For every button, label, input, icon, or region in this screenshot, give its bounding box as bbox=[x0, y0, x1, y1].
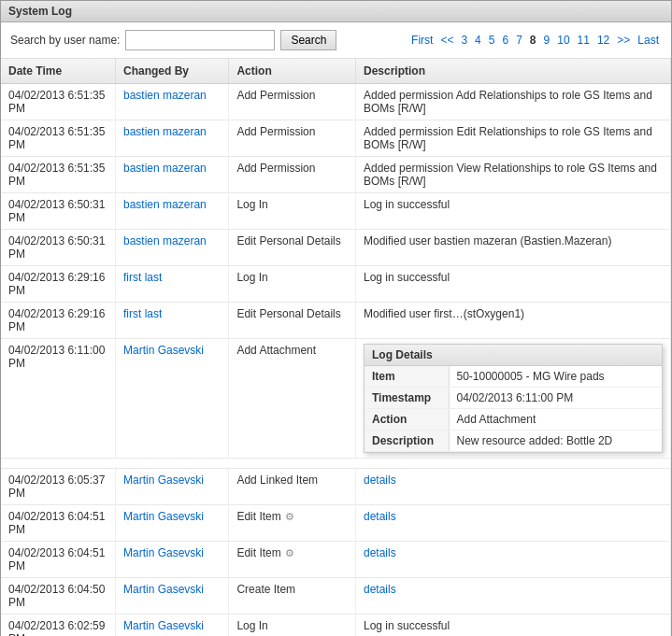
cell-description: Modified user bastien mazeran (Bastien.M… bbox=[356, 230, 671, 266]
cell-datetime: 04/02/2013 6:51:35 PM bbox=[1, 84, 116, 120]
table-row: 04/02/2013 6:29:16 PMfirst lastEdit Pers… bbox=[1, 303, 671, 339]
pagination-page-11[interactable]: 11 bbox=[575, 33, 593, 48]
table-row: 04/02/2013 6:02:59 PMMartin GasevskiLog … bbox=[1, 615, 671, 637]
title-bar: System Log bbox=[1, 1, 671, 22]
cell-action: Add Permission bbox=[229, 84, 356, 120]
table-row: 04/02/2013 6:50:31 PMbastien mazeranEdit… bbox=[1, 230, 671, 266]
search-button[interactable]: Search bbox=[280, 30, 336, 50]
cell-datetime: 04/02/2013 6:04:51 PM bbox=[1, 505, 116, 542]
user-link[interactable]: bastien mazeran bbox=[123, 162, 207, 175]
table-row: 04/02/2013 6:51:35 PMbastien mazeranAdd … bbox=[1, 84, 671, 120]
window-title: System Log bbox=[8, 5, 72, 18]
cell-changedby: bastien mazeran bbox=[116, 84, 229, 120]
user-link[interactable]: bastien mazeran bbox=[123, 89, 207, 102]
pagination-page-9[interactable]: 9 bbox=[541, 33, 553, 48]
cell-description: details bbox=[356, 578, 671, 615]
user-link[interactable]: Martin Gasevski bbox=[123, 619, 204, 632]
user-link[interactable]: Martin Gasevski bbox=[123, 546, 204, 559]
user-link[interactable]: Martin Gasevski bbox=[123, 583, 204, 596]
pagination-page-6[interactable]: 6 bbox=[499, 33, 511, 48]
popup-field-label: Action bbox=[365, 409, 449, 431]
cell-description: details bbox=[356, 542, 671, 578]
details-link[interactable]: details bbox=[364, 510, 396, 523]
cell-action: Add Linked Item bbox=[229, 469, 356, 505]
user-link[interactable]: Martin Gasevski bbox=[123, 510, 204, 523]
user-link[interactable]: first last bbox=[123, 271, 162, 284]
table-row: 04/02/2013 6:51:35 PMbastien mazeranAdd … bbox=[1, 157, 671, 193]
pagination-last[interactable]: Last bbox=[635, 33, 662, 48]
col-header-description: Description bbox=[356, 59, 671, 84]
table-row: 04/02/2013 6:11:00 PMMartin GasevskiAdd … bbox=[1, 339, 671, 459]
pagination-page-12[interactable]: 12 bbox=[594, 33, 612, 48]
table-row: 04/02/2013 6:04:51 PMMartin GasevskiEdit… bbox=[1, 505, 671, 542]
cell-datetime: 04/02/2013 6:51:35 PM bbox=[1, 157, 116, 193]
spacer-row bbox=[1, 459, 671, 469]
user-link[interactable]: first last bbox=[123, 307, 162, 320]
cell-changedby: Martin Gasevski bbox=[116, 505, 229, 542]
col-header-action: Action bbox=[229, 59, 356, 84]
pagination-page-4[interactable]: 4 bbox=[472, 33, 484, 48]
details-link[interactable]: details bbox=[364, 473, 396, 487]
popup-field-label: Description bbox=[365, 431, 449, 452]
toolbar: Search by user name: Search First << 3 4… bbox=[1, 22, 671, 59]
cell-changedby: Martin Gasevski bbox=[116, 339, 229, 459]
cell-action: Log In bbox=[229, 615, 356, 637]
cell-description: Added permission Add Relationships to ro… bbox=[356, 84, 671, 120]
pagination-page-5[interactable]: 5 bbox=[486, 33, 498, 48]
cell-datetime: 04/02/2013 6:50:31 PM bbox=[1, 230, 116, 266]
cell-action: Add Permission bbox=[229, 157, 356, 193]
popup-field-row: Item50-10000005 - MG Wire pads bbox=[365, 366, 662, 388]
user-link[interactable]: bastien mazeran bbox=[123, 198, 207, 211]
log-table: Date Time Changed By Action Description … bbox=[1, 59, 671, 636]
cell-changedby: Martin Gasevski bbox=[116, 469, 229, 505]
search-label: Search by user name: bbox=[10, 34, 120, 47]
pagination-next[interactable]: >> bbox=[614, 33, 633, 48]
cell-changedby: bastien mazeran bbox=[116, 120, 229, 157]
cell-action: Create Item bbox=[229, 578, 356, 615]
cell-datetime: 04/02/2013 6:04:51 PM bbox=[1, 542, 116, 578]
cell-datetime: 04/02/2013 6:11:00 PM bbox=[1, 339, 116, 459]
pagination-prev[interactable]: << bbox=[437, 33, 456, 48]
search-input[interactable] bbox=[125, 30, 275, 50]
user-link[interactable]: bastien mazeran bbox=[123, 234, 207, 247]
pagination-page-10[interactable]: 10 bbox=[554, 33, 572, 48]
cell-description: Log DetailsItem50-10000005 - MG Wire pad… bbox=[356, 339, 671, 459]
popup-field-row: DescriptionNew resource added: Bottle 2D bbox=[365, 431, 662, 452]
cell-action: Log In bbox=[229, 193, 356, 230]
cell-action: Edit Personal Details bbox=[229, 230, 356, 266]
cell-action: Add Permission bbox=[229, 120, 356, 157]
col-header-datetime: Date Time bbox=[1, 59, 116, 84]
main-container: System Log Search by user name: Search F… bbox=[0, 0, 672, 636]
table-row: 04/02/2013 6:50:31 PMbastien mazeranLog … bbox=[1, 193, 671, 230]
user-link[interactable]: bastien mazeran bbox=[123, 125, 207, 138]
cell-description: Modified user first…(stOxygen1) bbox=[356, 303, 671, 339]
user-link[interactable]: Martin Gasevski bbox=[123, 473, 204, 487]
cell-datetime: 04/02/2013 6:29:16 PM bbox=[1, 303, 116, 339]
cell-action: Edit Personal Details bbox=[229, 303, 356, 339]
cell-changedby: first last bbox=[116, 266, 229, 303]
cell-description: Log in successful bbox=[356, 193, 671, 230]
details-link[interactable]: details bbox=[364, 546, 396, 559]
cell-changedby: first last bbox=[116, 303, 229, 339]
pagination-first[interactable]: First bbox=[408, 33, 436, 48]
cell-datetime: 04/02/2013 6:05:37 PM bbox=[1, 469, 116, 505]
cell-changedby: bastien mazeran bbox=[116, 193, 229, 230]
cell-action: Edit Item⚙ bbox=[229, 505, 356, 542]
popup-field-value: 04/02/2013 6:11:00 PM bbox=[449, 388, 662, 409]
cell-description: Added permission View Relationships to r… bbox=[356, 157, 671, 193]
cell-changedby: Martin Gasevski bbox=[116, 578, 229, 615]
popup-title: Log Details bbox=[365, 345, 662, 366]
pagination-current: 8 bbox=[527, 33, 539, 48]
table-row: 04/02/2013 6:04:51 PMMartin GasevskiEdit… bbox=[1, 542, 671, 578]
col-header-changedby: Changed By bbox=[116, 59, 229, 84]
log-details-popup: Log DetailsItem50-10000005 - MG Wire pad… bbox=[364, 344, 663, 453]
pagination-page-3[interactable]: 3 bbox=[458, 33, 470, 48]
popup-field-label: Item bbox=[365, 366, 449, 388]
user-link[interactable]: Martin Gasevski bbox=[123, 344, 204, 357]
table-row: 04/02/2013 6:04:50 PMMartin GasevskiCrea… bbox=[1, 578, 671, 615]
pagination-page-7[interactable]: 7 bbox=[513, 33, 525, 48]
cell-description: Added permission Edit Relationships to r… bbox=[356, 120, 671, 157]
cell-description: details bbox=[356, 469, 671, 505]
details-link[interactable]: details bbox=[364, 583, 396, 596]
cell-description: details bbox=[356, 505, 671, 542]
